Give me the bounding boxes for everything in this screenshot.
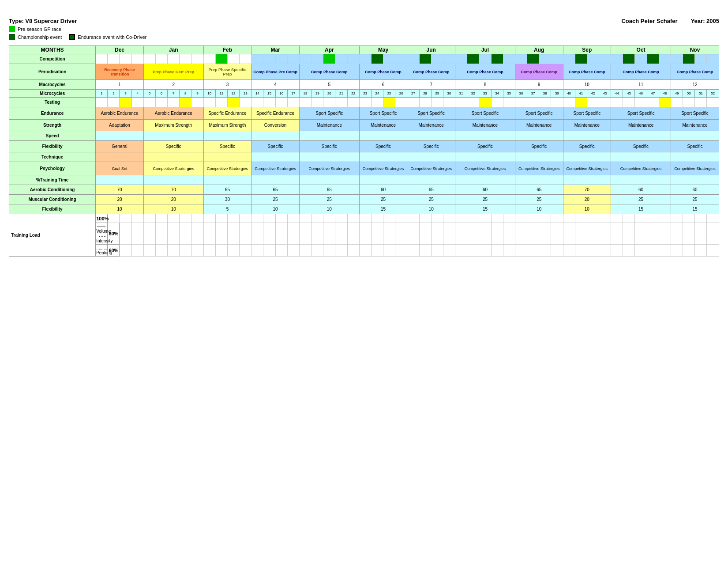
speed-mar bbox=[251, 131, 300, 141]
micro-13: 13 bbox=[240, 90, 251, 98]
test-cell bbox=[611, 98, 623, 107]
test-cell bbox=[323, 98, 335, 107]
tech-dec bbox=[96, 152, 144, 162]
endurance-nov: Sport Specific bbox=[671, 107, 719, 120]
test-cell bbox=[131, 98, 143, 107]
micro-23: 23 bbox=[359, 90, 371, 98]
comp-cell-dkgreen bbox=[419, 54, 431, 64]
test-cell bbox=[311, 98, 323, 107]
load-80-cell bbox=[611, 223, 623, 245]
aerobic-jan: 70 bbox=[143, 185, 203, 195]
load-100-cell bbox=[143, 214, 155, 223]
test-cell bbox=[240, 98, 251, 107]
month-dec: Dec bbox=[96, 46, 144, 54]
test-cell bbox=[407, 98, 419, 107]
test-cell bbox=[335, 98, 347, 107]
muscular-feb: 30 bbox=[203, 195, 251, 204]
load-60-cell bbox=[395, 245, 407, 257]
load-60-cell bbox=[695, 245, 707, 257]
load-60-row: ......... Peaking 60% bbox=[9, 245, 719, 257]
micro-52: 52 bbox=[707, 90, 719, 98]
aerobic-mar: 65 bbox=[251, 185, 300, 195]
tech-apr bbox=[299, 152, 359, 162]
load-80-cell bbox=[263, 223, 275, 245]
comp-cell bbox=[503, 54, 515, 64]
load-100-cell bbox=[587, 214, 599, 223]
training-load-label: Training Load bbox=[9, 214, 96, 257]
load-80-cell bbox=[467, 223, 479, 245]
load-60-cell bbox=[143, 245, 155, 257]
psych-jan: Competitive Stratergies bbox=[143, 162, 203, 175]
flex-feb: Specific bbox=[203, 141, 251, 152]
load-80-cell bbox=[120, 223, 131, 245]
load-80-cell bbox=[539, 223, 551, 245]
strength-oct: Maintenance bbox=[611, 120, 671, 131]
technique-label: Technique bbox=[9, 152, 96, 162]
macro-4: 4 bbox=[251, 80, 300, 90]
load-80-cell bbox=[240, 223, 251, 245]
test-cell bbox=[108, 98, 120, 107]
flexibility-cond-label: Flexibility bbox=[9, 204, 96, 214]
test-cell bbox=[155, 98, 167, 107]
muscular-nov: 25 bbox=[671, 195, 719, 204]
load-100-cell bbox=[419, 214, 431, 223]
load-100-cell bbox=[335, 214, 347, 223]
comp-cell bbox=[359, 54, 371, 64]
strength-jun: Maintenance bbox=[407, 120, 455, 131]
endurance-dec: Aerobic Endurance bbox=[96, 107, 144, 120]
comp-cell bbox=[263, 54, 275, 64]
load-60-cell bbox=[287, 245, 299, 257]
micro-16: 16 bbox=[275, 90, 287, 98]
load-100-cell bbox=[551, 214, 563, 223]
speed-row: Speed bbox=[9, 131, 719, 141]
load-100-cell bbox=[539, 214, 551, 223]
micro-15: 15 bbox=[263, 90, 275, 98]
pct-training-label: %Training Time bbox=[9, 175, 96, 185]
period-jun: Comp Phase Comp bbox=[407, 64, 455, 80]
flex-apr: Specific bbox=[299, 141, 359, 152]
macro-8: 8 bbox=[455, 80, 515, 90]
load-100-cell bbox=[180, 214, 191, 223]
load-100-cell bbox=[240, 214, 251, 223]
strength-sep: Maintenance bbox=[563, 120, 611, 131]
speed-aug bbox=[515, 131, 563, 141]
test-yellow bbox=[180, 98, 191, 107]
load-60-cell bbox=[168, 245, 180, 257]
load-60-cell bbox=[611, 245, 623, 257]
tech-jul bbox=[455, 152, 515, 162]
macro-11: 11 bbox=[611, 80, 671, 90]
test-cell bbox=[191, 98, 203, 107]
test-cell bbox=[443, 98, 455, 107]
load-60-cell bbox=[503, 245, 515, 257]
test-cell bbox=[455, 98, 467, 107]
load-80-cell bbox=[383, 223, 395, 245]
month-aug: Aug bbox=[515, 46, 563, 54]
month-mar: Mar bbox=[251, 46, 300, 54]
load-60-cell bbox=[707, 245, 719, 257]
comp-cell-dkgreen bbox=[371, 54, 383, 64]
test-cell bbox=[251, 98, 263, 107]
speed-feb bbox=[203, 131, 251, 141]
macro-5: 5 bbox=[299, 80, 359, 90]
micro-20: 20 bbox=[323, 90, 335, 98]
flex-cond-jun: 10 bbox=[407, 204, 455, 214]
comp-cell bbox=[191, 54, 203, 64]
load-80-cell bbox=[695, 223, 707, 245]
load-80-cell bbox=[647, 223, 659, 245]
micro-48: 48 bbox=[659, 90, 671, 98]
tech-sep bbox=[563, 152, 611, 162]
psych-may: Competitive Stratergies bbox=[359, 162, 407, 175]
muscular-mar: 25 bbox=[251, 195, 300, 204]
legend-endurance-box bbox=[69, 34, 75, 40]
comp-cell bbox=[180, 54, 191, 64]
load-60-cell bbox=[275, 245, 287, 257]
aerobic-nov: 60 bbox=[671, 185, 719, 195]
flexibility-cond-row: Flexibility 10 10 5 10 10 15 10 15 10 10… bbox=[9, 204, 719, 214]
period-oct: Comp Phase Comp bbox=[611, 64, 671, 80]
load-60-cell bbox=[120, 245, 131, 257]
test-cell bbox=[419, 98, 431, 107]
test-cell bbox=[707, 98, 719, 107]
test-yellow bbox=[479, 98, 491, 107]
comp-cell-dkgreen bbox=[647, 54, 659, 64]
load-100-cell bbox=[359, 214, 371, 223]
